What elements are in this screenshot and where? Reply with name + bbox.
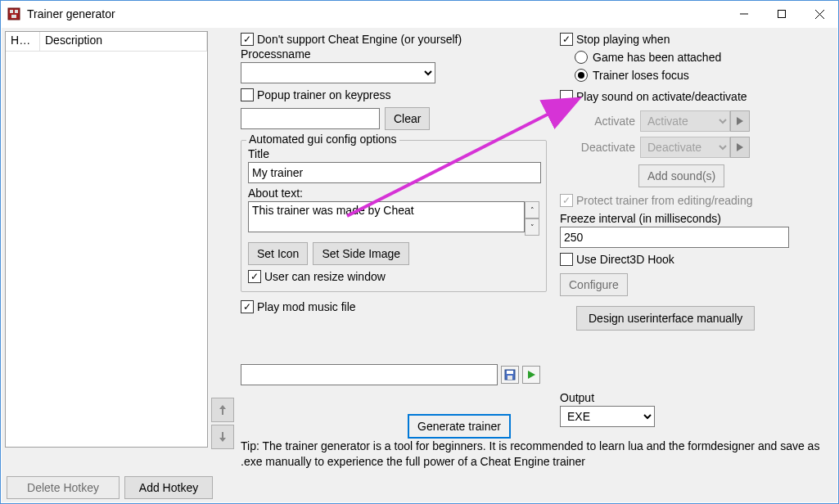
spinner-down-icon[interactable]: ˅ [525, 218, 539, 236]
delete-hotkey-button[interactable]: Delete Hotkey [7, 476, 120, 499]
dont-support-checkbox[interactable]: ✓ Don't support Cheat Engine (or yoursel… [241, 33, 462, 46]
app-icon [7, 7, 20, 20]
mod-file-input[interactable] [241, 364, 498, 385]
user-resize-checkbox[interactable]: ✓ User can resize window [248, 270, 386, 283]
protect-checkbox[interactable]: ✓ Protect trainer from editing/reading [560, 194, 753, 207]
tip-text: Tip: The trainer generator is a tool for… [241, 439, 834, 470]
deactivate-label: Deactivate [576, 141, 635, 154]
play-mod-checkbox[interactable]: ✓ Play mod music file [241, 300, 356, 313]
arrow-down-icon [219, 431, 227, 443]
groupbox-title: Automated gui config options [246, 133, 399, 146]
d3d-hook-checkbox[interactable]: Use Direct3D Hook [560, 253, 674, 266]
title-input[interactable] [248, 162, 541, 183]
window-title: Trainer generator [27, 7, 115, 20]
popup-label: Popup trainer on keypress [257, 88, 390, 101]
set-side-image-button[interactable]: Set Side Image [313, 242, 409, 265]
processname-combo[interactable] [241, 62, 435, 83]
play-icon [736, 116, 744, 126]
window-controls [725, 1, 838, 27]
configure-button[interactable]: Configure [560, 273, 628, 296]
arrow-up-icon [219, 404, 227, 416]
stop-playing-label: Stop playing when [576, 33, 670, 46]
about-label: About text: [248, 187, 539, 200]
left-section: ✓ Don't support Cheat Engine (or yoursel… [241, 31, 553, 313]
set-icon-button[interactable]: Set Icon [248, 242, 308, 265]
checkbox-icon [560, 90, 573, 103]
svg-rect-12 [507, 376, 512, 380]
about-spinner[interactable]: ˄ ˅ [525, 201, 539, 236]
stop-playing-checkbox[interactable]: ✓ Stop playing when [560, 33, 670, 46]
processname-label: Processname [241, 47, 553, 61]
auto-gui-groupbox: Automated gui config options Title About… [241, 140, 547, 292]
radio-focus-label: Trainer loses focus [593, 69, 689, 82]
add-sounds-button[interactable]: Add sound(s) [638, 164, 724, 187]
activate-play-button[interactable] [730, 110, 750, 132]
user-resize-label: User can resize window [264, 270, 386, 283]
maximize-button[interactable] [763, 1, 801, 27]
hotkey-list[interactable]: Ho... Description [5, 31, 208, 448]
checkbox-icon: ✓ [560, 33, 573, 46]
checkbox-icon: ✓ [248, 270, 261, 283]
title-label: Title [248, 147, 539, 160]
radio-icon [575, 51, 588, 64]
main-area: ✓ Don't support Cheat Engine (or yoursel… [241, 31, 834, 499]
play-mod-button[interactable] [522, 366, 540, 384]
svg-rect-2 [15, 10, 18, 13]
deactivate-sound-select[interactable]: Deactivate [640, 137, 730, 158]
browse-file-button[interactable] [501, 366, 519, 384]
svg-marker-14 [737, 117, 743, 125]
svg-rect-3 [11, 15, 16, 18]
svg-marker-15 [737, 143, 743, 151]
svg-rect-1 [10, 10, 13, 13]
design-ui-button[interactable]: Design userinterface manually [576, 306, 755, 331]
minimize-button[interactable] [725, 1, 763, 27]
activate-sound-select[interactable]: Activate [640, 110, 730, 132]
play-mod-label: Play mod music file [257, 300, 356, 313]
clear-button[interactable]: Clear [385, 107, 430, 130]
window: Trainer generator Ho... Description Dele… [0, 0, 839, 504]
play-icon [526, 370, 536, 380]
generate-trainer-button[interactable]: Generate trainer [408, 414, 511, 439]
play-sound-label: Play sound on activate/deactivate [576, 90, 747, 103]
radio-attached-label: Game has been attached [593, 51, 721, 64]
output-select[interactable]: EXE [560, 406, 655, 427]
radio-trainer-loses-focus[interactable]: Trainer loses focus [575, 69, 834, 82]
floppy-icon [504, 369, 516, 380]
checkbox-icon: ✓ [560, 194, 573, 207]
move-up-button[interactable] [211, 398, 234, 422]
radio-game-attached[interactable]: Game has been attached [575, 51, 834, 64]
protect-label: Protect trainer from editing/reading [576, 194, 753, 207]
svg-rect-11 [507, 371, 513, 374]
activate-label: Activate [576, 115, 635, 128]
play-sound-checkbox[interactable]: Play sound on activate/deactivate [560, 90, 747, 103]
popup-key-input[interactable] [241, 108, 380, 129]
output-label: Output [560, 391, 655, 404]
client-area: Ho... Description Delete Hotkey Add Hotk… [2, 28, 837, 502]
deactivate-play-button[interactable] [730, 137, 750, 158]
play-icon [736, 142, 744, 152]
about-textarea[interactable]: This trainer was made by Cheat [248, 201, 525, 232]
freeze-label: Freeze interval (in milliseconds) [560, 212, 834, 225]
column-description[interactable]: Description [40, 32, 207, 51]
radio-icon [575, 69, 588, 82]
titlebar: Trainer generator [1, 1, 838, 27]
checkbox-icon [560, 253, 573, 266]
svg-marker-8 [219, 405, 226, 415]
right-section: ✓ Stop playing when Game has been attach… [560, 31, 834, 331]
close-button[interactable] [801, 1, 838, 27]
checkbox-icon [241, 88, 254, 101]
svg-rect-5 [778, 11, 786, 18]
checkbox-icon: ✓ [241, 33, 254, 46]
svg-marker-13 [528, 371, 535, 379]
popup-checkbox[interactable]: Popup trainer on keypress [241, 88, 390, 101]
d3d-hook-label: Use Direct3D Hook [576, 253, 674, 266]
freeze-interval-input[interactable] [560, 227, 789, 248]
checkbox-icon: ✓ [241, 300, 254, 313]
spinner-up-icon[interactable]: ˄ [525, 201, 539, 218]
move-down-button[interactable] [211, 425, 234, 449]
list-header: Ho... Description [6, 32, 207, 52]
svg-marker-9 [219, 432, 226, 442]
column-ho[interactable]: Ho... [6, 32, 40, 51]
dont-support-label: Don't support Cheat Engine (or yourself) [257, 33, 462, 46]
add-hotkey-button[interactable]: Add Hotkey [124, 476, 213, 499]
